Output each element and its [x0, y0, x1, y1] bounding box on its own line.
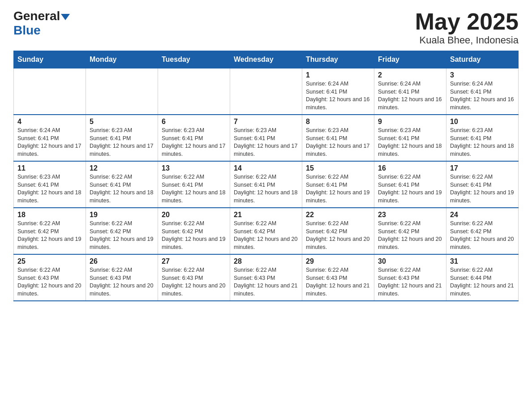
- day-info: Sunrise: 6:23 AMSunset: 6:41 PMDaylight:…: [450, 127, 515, 158]
- day-number: 5: [90, 118, 154, 126]
- day-info: Sunrise: 6:23 AMSunset: 6:41 PMDaylight:…: [17, 173, 82, 205]
- day-info: Sunrise: 6:22 AMSunset: 6:42 PMDaylight:…: [17, 220, 82, 251]
- calendar-day-cell: 19Sunrise: 6:22 AMSunset: 6:42 PMDayligh…: [86, 208, 158, 254]
- day-info: Sunrise: 6:22 AMSunset: 6:42 PMDaylight:…: [378, 220, 442, 251]
- calendar-day-cell: 28Sunrise: 6:22 AMSunset: 6:43 PMDayligh…: [230, 254, 302, 301]
- day-info: Sunrise: 6:24 AMSunset: 6:41 PMDaylight:…: [378, 80, 442, 111]
- day-number: 13: [162, 164, 226, 172]
- calendar-week-row: 4Sunrise: 6:24 AMSunset: 6:41 PMDaylight…: [14, 115, 519, 161]
- calendar-day-cell: 16Sunrise: 6:22 AMSunset: 6:41 PMDayligh…: [374, 161, 446, 208]
- day-info: Sunrise: 6:22 AMSunset: 6:43 PMDaylight:…: [90, 266, 154, 298]
- day-number: 8: [306, 118, 370, 126]
- calendar-day-cell: 2Sunrise: 6:24 AMSunset: 6:41 PMDaylight…: [374, 68, 446, 115]
- day-number: 1: [306, 71, 370, 79]
- day-info: Sunrise: 6:22 AMSunset: 6:43 PMDaylight:…: [306, 266, 370, 298]
- calendar-day-cell: 13Sunrise: 6:22 AMSunset: 6:41 PMDayligh…: [158, 161, 230, 208]
- calendar-day-cell: 10Sunrise: 6:23 AMSunset: 6:41 PMDayligh…: [446, 115, 519, 161]
- day-of-week-header: Monday: [86, 51, 158, 68]
- day-number: 7: [234, 118, 298, 126]
- calendar-day-cell: 21Sunrise: 6:22 AMSunset: 6:42 PMDayligh…: [230, 208, 302, 254]
- day-info: Sunrise: 6:22 AMSunset: 6:41 PMDaylight:…: [450, 173, 515, 205]
- day-number: 22: [306, 211, 370, 219]
- calendar-week-row: 25Sunrise: 6:22 AMSunset: 6:43 PMDayligh…: [14, 254, 519, 301]
- day-info: Sunrise: 6:22 AMSunset: 6:43 PMDaylight:…: [17, 266, 82, 298]
- day-number: 27: [162, 257, 226, 265]
- day-info: Sunrise: 6:24 AMSunset: 6:41 PMDaylight:…: [17, 127, 82, 158]
- day-number: 21: [234, 211, 298, 219]
- calendar-day-cell: [158, 68, 230, 115]
- day-number: 23: [378, 211, 442, 219]
- calendar-day-cell: 17Sunrise: 6:22 AMSunset: 6:41 PMDayligh…: [446, 161, 519, 208]
- calendar-day-cell: 26Sunrise: 6:22 AMSunset: 6:43 PMDayligh…: [86, 254, 158, 301]
- logo-arrow-icon: [61, 14, 70, 20]
- calendar-title-block: May 2025 Kuala Bhee, Indonesia: [415, 9, 519, 46]
- day-info: Sunrise: 6:22 AMSunset: 6:43 PMDaylight:…: [378, 266, 442, 298]
- calendar-table: SundayMondayTuesdayWednesdayThursdayFrid…: [13, 51, 519, 301]
- day-number: 17: [450, 164, 515, 172]
- day-number: 15: [306, 164, 370, 172]
- calendar-day-cell: 8Sunrise: 6:23 AMSunset: 6:41 PMDaylight…: [302, 115, 374, 161]
- calendar-day-cell: 5Sunrise: 6:23 AMSunset: 6:41 PMDaylight…: [86, 115, 158, 161]
- calendar-week-row: 18Sunrise: 6:22 AMSunset: 6:42 PMDayligh…: [14, 208, 519, 254]
- logo-general-text: General: [13, 9, 60, 23]
- calendar-day-cell: 25Sunrise: 6:22 AMSunset: 6:43 PMDayligh…: [14, 254, 86, 301]
- calendar-day-cell: [86, 68, 158, 115]
- logo: General Blue: [13, 9, 70, 38]
- day-of-week-header: Sunday: [14, 51, 86, 68]
- calendar-day-cell: [14, 68, 86, 115]
- day-info: Sunrise: 6:22 AMSunset: 6:43 PMDaylight:…: [162, 266, 226, 298]
- calendar-day-cell: 20Sunrise: 6:22 AMSunset: 6:42 PMDayligh…: [158, 208, 230, 254]
- day-number: 4: [17, 118, 82, 126]
- day-info: Sunrise: 6:22 AMSunset: 6:41 PMDaylight:…: [234, 173, 298, 205]
- day-number: 3: [450, 71, 515, 79]
- calendar-day-cell: 15Sunrise: 6:22 AMSunset: 6:41 PMDayligh…: [302, 161, 374, 208]
- calendar-subtitle: Kuala Bhee, Indonesia: [415, 34, 519, 46]
- day-number: 9: [378, 118, 442, 126]
- calendar-day-cell: 7Sunrise: 6:23 AMSunset: 6:41 PMDaylight…: [230, 115, 302, 161]
- day-number: 25: [17, 257, 82, 265]
- day-number: 29: [306, 257, 370, 265]
- calendar-day-cell: 12Sunrise: 6:22 AMSunset: 6:41 PMDayligh…: [86, 161, 158, 208]
- day-number: 26: [90, 257, 154, 265]
- day-info: Sunrise: 6:22 AMSunset: 6:43 PMDaylight:…: [234, 266, 298, 298]
- calendar-day-cell: 6Sunrise: 6:23 AMSunset: 6:41 PMDaylight…: [158, 115, 230, 161]
- day-info: Sunrise: 6:24 AMSunset: 6:41 PMDaylight:…: [306, 80, 370, 111]
- calendar-day-cell: 3Sunrise: 6:24 AMSunset: 6:41 PMDaylight…: [446, 68, 519, 115]
- day-number: 30: [378, 257, 442, 265]
- calendar-day-cell: 11Sunrise: 6:23 AMSunset: 6:41 PMDayligh…: [14, 161, 86, 208]
- day-of-week-header: Wednesday: [230, 51, 302, 68]
- calendar-day-cell: 1Sunrise: 6:24 AMSunset: 6:41 PMDaylight…: [302, 68, 374, 115]
- day-number: 24: [450, 211, 515, 219]
- day-info: Sunrise: 6:23 AMSunset: 6:41 PMDaylight:…: [306, 127, 370, 158]
- day-of-week-header: Saturday: [446, 51, 519, 68]
- day-info: Sunrise: 6:22 AMSunset: 6:42 PMDaylight:…: [162, 220, 226, 251]
- calendar-day-cell: [230, 68, 302, 115]
- day-number: 11: [17, 164, 82, 172]
- page-header: General Blue May 2025 Kuala Bhee, Indone…: [13, 9, 519, 46]
- logo-blue-text: Blue: [13, 23, 41, 38]
- calendar-header-row: SundayMondayTuesdayWednesdayThursdayFrid…: [14, 51, 519, 68]
- calendar-day-cell: 30Sunrise: 6:22 AMSunset: 6:43 PMDayligh…: [374, 254, 446, 301]
- day-number: 28: [234, 257, 298, 265]
- calendar-week-row: 11Sunrise: 6:23 AMSunset: 6:41 PMDayligh…: [14, 161, 519, 208]
- calendar-title: May 2025: [415, 9, 519, 34]
- calendar-day-cell: 23Sunrise: 6:22 AMSunset: 6:42 PMDayligh…: [374, 208, 446, 254]
- day-info: Sunrise: 6:22 AMSunset: 6:41 PMDaylight:…: [378, 173, 442, 205]
- day-number: 6: [162, 118, 226, 126]
- day-number: 2: [378, 71, 442, 79]
- calendar-day-cell: 24Sunrise: 6:22 AMSunset: 6:42 PMDayligh…: [446, 208, 519, 254]
- day-number: 10: [450, 118, 515, 126]
- day-info: Sunrise: 6:22 AMSunset: 6:42 PMDaylight:…: [306, 220, 370, 251]
- calendar-day-cell: 27Sunrise: 6:22 AMSunset: 6:43 PMDayligh…: [158, 254, 230, 301]
- day-info: Sunrise: 6:22 AMSunset: 6:41 PMDaylight:…: [306, 173, 370, 205]
- day-info: Sunrise: 6:22 AMSunset: 6:42 PMDaylight:…: [450, 220, 515, 251]
- day-number: 12: [90, 164, 154, 172]
- day-info: Sunrise: 6:22 AMSunset: 6:41 PMDaylight:…: [90, 173, 154, 205]
- calendar-week-row: 1Sunrise: 6:24 AMSunset: 6:41 PMDaylight…: [14, 68, 519, 115]
- day-number: 18: [17, 211, 82, 219]
- calendar-day-cell: 29Sunrise: 6:22 AMSunset: 6:43 PMDayligh…: [302, 254, 374, 301]
- day-info: Sunrise: 6:23 AMSunset: 6:41 PMDaylight:…: [378, 127, 442, 158]
- calendar-day-cell: 14Sunrise: 6:22 AMSunset: 6:41 PMDayligh…: [230, 161, 302, 208]
- day-info: Sunrise: 6:22 AMSunset: 6:42 PMDaylight:…: [234, 220, 298, 251]
- calendar-day-cell: 4Sunrise: 6:24 AMSunset: 6:41 PMDaylight…: [14, 115, 86, 161]
